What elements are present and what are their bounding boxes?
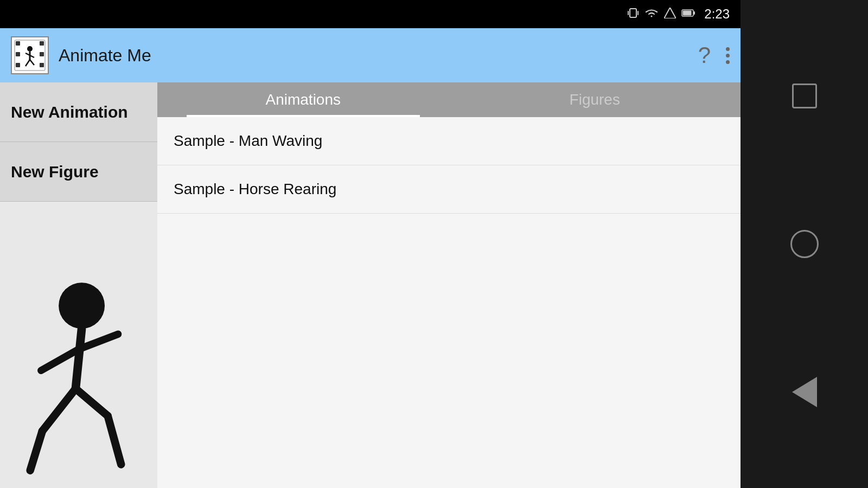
svg-rect-1 [628, 11, 629, 15]
dot-3 [726, 60, 730, 64]
app-title: Animate Me [59, 46, 698, 66]
content-area: Animations Figures Sample - Man Waving S… [157, 82, 741, 488]
app-bar-actions: ? [698, 44, 730, 67]
app-logo [11, 36, 49, 74]
svg-line-27 [108, 416, 122, 464]
home-icon [790, 230, 819, 258]
svg-rect-5 [693, 11, 695, 15]
main-content: New Animation New Figure [0, 82, 741, 488]
status-icons: 2:23 [627, 7, 730, 22]
svg-rect-2 [637, 11, 639, 15]
svg-point-20 [59, 282, 105, 329]
android-nav-bar [741, 0, 868, 488]
sidebar: New Animation New Figure [0, 82, 157, 488]
dot-1 [726, 47, 730, 51]
svg-rect-10 [16, 63, 20, 67]
tabs: Animations Figures [157, 82, 741, 117]
svg-rect-13 [40, 63, 44, 67]
app-bar: Animate Me ? [0, 28, 741, 82]
stick-figure-area [0, 202, 157, 488]
vibrate-icon [627, 7, 639, 22]
recent-apps-icon [792, 84, 817, 108]
new-figure-button[interactable]: New Figure [0, 142, 157, 202]
more-button[interactable] [726, 47, 730, 64]
svg-rect-8 [16, 41, 20, 46]
svg-line-22 [41, 349, 79, 370]
status-bar: 2:23 [0, 0, 741, 28]
wifi-icon [644, 8, 659, 21]
back-button[interactable] [788, 376, 821, 408]
svg-rect-6 [683, 10, 692, 15]
home-button[interactable] [788, 228, 821, 260]
svg-rect-0 [630, 9, 636, 17]
animation-list: Sample - Man Waving Sample - Horse Reari… [157, 117, 741, 214]
svg-line-26 [75, 389, 107, 416]
svg-line-21 [75, 329, 81, 389]
svg-point-14 [27, 46, 33, 52]
svg-marker-3 [664, 8, 676, 18]
svg-line-24 [42, 389, 75, 431]
svg-rect-11 [40, 41, 44, 46]
list-item[interactable]: Sample - Man Waving [157, 117, 741, 165]
status-time: 2:23 [704, 7, 730, 22]
tab-animations[interactable]: Animations [157, 82, 449, 117]
battery-icon [681, 9, 695, 20]
recent-apps-button[interactable] [788, 80, 821, 112]
svg-line-25 [30, 431, 42, 471]
screen: 2:23 Animate Me [0, 0, 741, 488]
new-animation-button[interactable]: New Animation [0, 82, 157, 142]
signal-icon [664, 8, 676, 21]
back-icon [792, 377, 817, 407]
stick-figure-icon [8, 277, 149, 483]
dot-2 [726, 54, 730, 57]
svg-rect-12 [40, 52, 44, 56]
svg-rect-9 [16, 52, 20, 56]
tab-figures[interactable]: Figures [449, 82, 741, 117]
list-item[interactable]: Sample - Horse Rearing [157, 165, 741, 214]
help-button[interactable]: ? [698, 44, 711, 67]
